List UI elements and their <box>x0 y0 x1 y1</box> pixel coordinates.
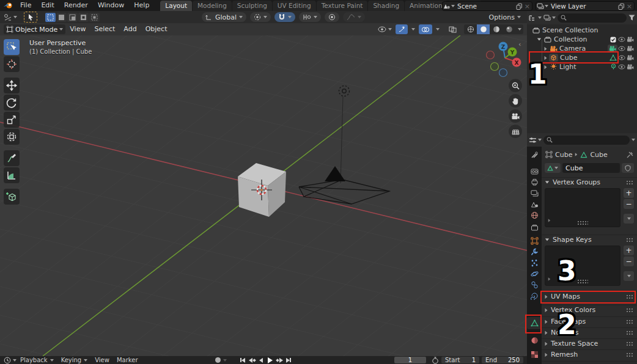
filter-funnel-icon[interactable] <box>628 15 635 21</box>
tab-view-layer-icon[interactable] <box>527 187 542 199</box>
zoom-button[interactable] <box>509 79 522 92</box>
pan-hand-button[interactable] <box>509 94 522 107</box>
tab-collection-icon[interactable] <box>527 221 542 233</box>
timeline-editor-type-button[interactable] <box>4 357 17 364</box>
xray-toggle[interactable] <box>446 24 459 34</box>
new-scene-icon[interactable] <box>516 3 523 10</box>
panel-header-texture-space[interactable]: Texture Space <box>542 338 637 348</box>
mode-dropdown[interactable]: Object Mode <box>4 24 65 34</box>
outliner-search-input[interactable] <box>558 13 627 23</box>
breadcrumb-data-name[interactable]: Cube <box>590 151 607 159</box>
prev-keyframe-button[interactable] <box>248 357 256 363</box>
tab-texture-paint[interactable]: Texture Paint <box>317 1 368 11</box>
panel-grip-icon[interactable] <box>626 308 634 312</box>
tab-object-constraints-icon[interactable] <box>527 278 542 291</box>
proportional-falloff-dropdown[interactable] <box>343 12 365 22</box>
filter-id-type-dropdown[interactable] <box>543 15 556 21</box>
tool-rotate[interactable] <box>4 95 20 111</box>
gizmos-dropdown[interactable] <box>409 24 418 34</box>
gizmo-axis-y-neg[interactable] <box>491 63 499 71</box>
panel-header-remesh[interactable]: Remesh <box>542 349 637 359</box>
tab-modifiers-icon[interactable] <box>527 246 542 258</box>
frame-end-field[interactable]: End 250 <box>482 357 523 363</box>
tab-texture-icon[interactable] <box>527 348 542 360</box>
remove-button[interactable]: − <box>624 199 634 209</box>
view-layer-name[interactable]: View Layer <box>548 2 618 10</box>
tab-tool-icon[interactable] <box>527 148 542 161</box>
disable-render-icon[interactable] <box>626 45 635 53</box>
frame-start-field[interactable]: Start 1 <box>441 357 479 363</box>
sidebar-toggle-arrow[interactable]: ‹ <box>518 40 521 48</box>
mesh-name-field[interactable]: Cube <box>562 163 620 173</box>
add-button[interactable]: + <box>624 188 634 198</box>
tab-particles-icon[interactable] <box>527 257 542 269</box>
timeline-marker-menu[interactable]: Marker <box>113 357 142 363</box>
panel-header-vertex-groups[interactable]: Vertex Groups <box>542 177 637 187</box>
mesh-datablock-dropdown[interactable] <box>545 163 561 173</box>
panel-header-shape-keys[interactable]: Shape Keys <box>542 235 637 244</box>
overlays-dropdown[interactable] <box>433 24 442 34</box>
menu-file[interactable]: File <box>15 0 36 11</box>
unlink-scene-icon[interactable]: × <box>523 2 532 10</box>
shading-rendered-button[interactable] <box>503 24 515 34</box>
show-object-types-dropdown[interactable] <box>375 24 394 34</box>
hide-eye-icon[interactable] <box>617 45 626 53</box>
select-mode-set[interactable] <box>45 13 56 22</box>
panel-grip-icon[interactable] <box>626 238 634 242</box>
pivot-point-dropdown[interactable] <box>250 12 271 22</box>
tab-shading[interactable]: Shading <box>368 1 404 11</box>
toggle-ortho-button[interactable] <box>509 125 522 138</box>
menu-render[interactable]: Render <box>59 0 93 11</box>
panel-header-vertex-colors[interactable]: Vertex Colors <box>542 305 637 315</box>
scene-selector[interactable]: Scene × <box>442 1 532 11</box>
tool-annotate[interactable] <box>4 150 20 166</box>
remove-button[interactable]: − <box>624 257 634 266</box>
jump-to-end-button[interactable] <box>284 357 293 363</box>
shading-wireframe-button[interactable] <box>464 24 477 34</box>
outliner-item-label[interactable]: Light <box>559 63 576 71</box>
keying-menu[interactable]: Keying <box>57 357 92 363</box>
play-button[interactable] <box>266 357 274 363</box>
list-filter-icon[interactable] <box>548 217 551 225</box>
hide-eye-icon[interactable] <box>617 54 626 62</box>
select-mode-invert[interactable] <box>78 13 89 22</box>
hide-eye-icon[interactable] <box>617 36 626 43</box>
menu-help[interactable]: Help <box>129 0 154 11</box>
tab-material-icon[interactable] <box>527 334 542 346</box>
playback-menu[interactable]: Playback <box>17 357 57 363</box>
tab-animation[interactable]: Animation <box>405 1 447 11</box>
panel-grip-icon[interactable] <box>626 330 634 335</box>
light-object[interactable] <box>339 86 350 96</box>
disable-render-icon[interactable] <box>626 36 635 43</box>
outliner-row-collection[interactable]: Collection <box>527 35 637 44</box>
tab-uv-editing[interactable]: UV Editing <box>273 1 316 11</box>
add-button[interactable]: + <box>624 246 634 255</box>
list-filter-icon[interactable] <box>548 275 551 283</box>
tool-scale[interactable] <box>4 112 20 128</box>
current-frame-field[interactable]: 1 <box>394 357 426 363</box>
outliner-item-label[interactable]: Collection <box>554 35 587 43</box>
vertex-groups-list[interactable] <box>545 188 620 227</box>
tab-world-icon[interactable] <box>527 209 542 221</box>
jump-to-start-button[interactable] <box>238 357 247 363</box>
tab-scene-icon[interactable] <box>527 198 542 210</box>
camera-object[interactable] <box>299 166 389 204</box>
gizmo-axis-x-neg[interactable] <box>487 51 495 59</box>
overlays-toggle[interactable] <box>419 24 432 34</box>
view-layer-selector[interactable]: View Layer × <box>536 1 635 11</box>
outliner-row-scene-collection[interactable]: Scene Collection <box>527 26 637 35</box>
tab-modeling[interactable]: Modeling <box>193 1 232 11</box>
tool-add-cube[interactable] <box>4 189 20 205</box>
tab-object-icon[interactable] <box>527 235 542 247</box>
tool-cursor[interactable] <box>4 56 20 72</box>
menu-edit[interactable]: Edit <box>36 0 59 11</box>
remove-view-layer-icon[interactable]: × <box>625 2 634 10</box>
next-keyframe-button[interactable] <box>275 357 284 363</box>
snap-target-dropdown[interactable] <box>299 12 321 22</box>
menu-window[interactable]: Window <box>93 0 129 11</box>
specials-dropdown[interactable] <box>624 271 634 281</box>
shape-keys-list[interactable] <box>545 246 620 286</box>
tab-sculpting[interactable]: Sculpting <box>232 1 272 11</box>
new-view-layer-icon[interactable] <box>618 3 625 10</box>
blender-logo-icon[interactable] <box>4 2 13 9</box>
